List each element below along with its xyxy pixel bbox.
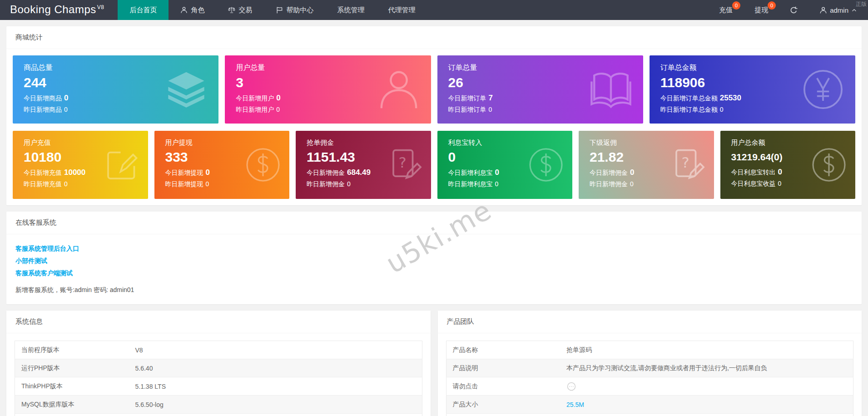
stat-line-label: 昨日新增用户	[236, 106, 274, 113]
row-label: MySQL数据库版本	[15, 396, 129, 414]
stat-line-label: 昨日新增订单总金额	[660, 106, 718, 113]
stat-line-label: 今日新增订单	[448, 94, 486, 102]
nav-item-label: 角色	[191, 6, 204, 15]
stat-line-value: 0	[778, 168, 782, 176]
stat-line-label: 今日新增佣金	[307, 169, 345, 176]
service-client-test-link[interactable]: 客服系统客户端测试	[15, 267, 853, 279]
row-value: 本产品只为学习测试交流,请勿要做商业或者用于违法行为,一切后果自负	[560, 359, 853, 377]
withdraw-badge: 0	[768, 1, 776, 10]
doc-question-icon	[387, 147, 423, 183]
stat-card-products-total: 商品总量 244 今日新增商品0 昨日新增商品0	[13, 55, 218, 124]
stat-line-value: 0	[64, 106, 68, 113]
stat-line-label: 今日新增用户	[236, 94, 274, 102]
stat-line-label: 昨日新增商品	[24, 106, 62, 113]
top-navbar: Booking ChampsV8 后台首页 角色 交易 帮助中心 系统管理 代理…	[0, 0, 868, 20]
dollar-circle-icon	[245, 147, 281, 183]
stat-line-value: 10000	[64, 168, 85, 177]
customer-service-panel: 在线客服系统 客服系统管理后台入口 小部件测试 客服系统客户端测试 新增客服系统…	[6, 212, 862, 304]
nav-item-help-center[interactable]: 帮助中心	[264, 0, 325, 20]
product-team-table-wrap: 产品名称抢单源码 产品说明本产品只为学习测试交流,请勿要做商业或者用于违法行为,…	[438, 333, 862, 416]
nav-item-label: 交易	[238, 6, 252, 15]
stat-card-user-withdraw: 用户提现 333 今日新增提现0 昨日新增提现0	[154, 131, 290, 199]
stat-line-label: 今日新增提现	[165, 169, 203, 176]
stat-title: 用户充值	[24, 139, 137, 147]
row-value: 5.6.40	[129, 359, 422, 377]
row-label: 当前程序版本	[15, 341, 129, 359]
nav-item-home[interactable]: 后台首页	[118, 0, 169, 20]
table-row: 产品说明本产品只为学习测试交流,请勿要做商业或者用于违法行为,一切后果自负	[446, 359, 853, 377]
stat-line-label: 今日新增佣金	[590, 169, 628, 176]
stat-line-label: 今日新增商品	[24, 94, 62, 102]
withdraw-label: 提现	[754, 6, 768, 15]
stat-line-value: 0	[276, 94, 280, 102]
table-row: 运行PHP版本5.6.40	[15, 359, 422, 377]
page-content: 商城统计 商品总量 244 今日新增商品0 昨日新增商品0 用户总量 3 今日新…	[0, 26, 868, 416]
app-logo: Booking ChampsV8	[0, 0, 118, 20]
stat-line-label: 昨日新增佣金	[307, 180, 345, 188]
table-row: 数据库mysql	[446, 414, 853, 416]
stat-card-orders-total: 订单总量 26 今日新增订单7 昨日新增订单0	[437, 55, 643, 124]
product-size-link[interactable]: 25.5M	[566, 401, 584, 408]
stat-line-label: 今日新增充值	[24, 169, 62, 176]
stat-card-sub-rebate: 下级返佣 21.82 今日新增佣金0 昨日新增佣金0	[579, 131, 714, 199]
customer-service-body: 客服系统管理后台入口 小部件测试 客服系统客户端测试 新增客服系统，账号:adm…	[6, 234, 862, 304]
doc-question-icon	[670, 147, 706, 183]
refresh-button[interactable]	[779, 0, 808, 20]
nav-item-agent-admin[interactable]: 代理管理	[376, 0, 427, 20]
stat-line-value: 0	[347, 180, 351, 188]
stat-title: 用户总余额	[731, 139, 845, 147]
stat-line-value: 0	[778, 180, 782, 187]
row-value	[560, 377, 853, 396]
withdraw-button[interactable]: 提现 0	[744, 0, 779, 20]
app-logo-text: Booking Champs	[10, 3, 96, 15]
stat-card-order-commission: 抢单佣金 1151.43 今日新增佣金684.49 昨日新增佣金0	[296, 131, 431, 199]
recharge-label: 充值	[719, 6, 733, 15]
row-label: 请勿点击	[446, 377, 560, 396]
system-info-table: 当前程序版本V8 运行PHP版本5.6.40 ThinkPHP版本5.1.38 …	[15, 341, 422, 416]
stat-line-value: 0	[720, 106, 724, 113]
row-value: 抢单源码	[560, 341, 853, 359]
row-label: 产品大小	[446, 396, 560, 414]
person-icon	[180, 6, 188, 14]
stat-line-label: 昨日新增提现	[165, 180, 203, 188]
row-label: 运行PHP版本	[15, 359, 129, 377]
service-admin-link[interactable]: 客服系统管理后台入口	[15, 243, 853, 255]
stat-line-label: 昨日新增充值	[24, 180, 62, 188]
table-row: 服务器操作系统Linux	[15, 414, 422, 416]
license-text: 正版	[856, 0, 867, 8]
row-value: V8	[129, 341, 422, 359]
flag-icon	[276, 6, 283, 14]
person-icon	[819, 6, 827, 14]
row-label: 产品名称	[446, 341, 560, 359]
nav-item-trade[interactable]: 交易	[216, 0, 264, 20]
row-label: 数据库	[446, 414, 560, 416]
stat-title: 用户提现	[165, 139, 279, 147]
panel-title: 系统信息	[6, 311, 431, 333]
stat-line-value: 0	[206, 180, 209, 188]
stat-line-value: 0	[630, 180, 634, 188]
row-label: ThinkPHP版本	[15, 377, 129, 396]
stat-line-value: 25530	[720, 94, 741, 102]
widget-test-link[interactable]: 小部件测试	[15, 255, 853, 267]
stat-line-value: 0	[64, 180, 68, 188]
recharge-button[interactable]: 充值 0	[708, 0, 744, 20]
stat-line-value: 0	[495, 168, 499, 177]
layers-icon	[165, 68, 208, 111]
refresh-icon	[790, 6, 798, 14]
stat-line-value: 684.49	[347, 168, 371, 177]
row-value: 5.1.38 LTS	[129, 377, 422, 396]
nav-item-label: 系统管理	[337, 6, 364, 15]
panel-title: 产品团队	[438, 311, 862, 333]
nav-item-system-admin[interactable]: 系统管理	[325, 0, 376, 20]
round-badge-icon[interactable]	[566, 381, 576, 391]
system-info-table-wrap: 当前程序版本V8 运行PHP版本5.6.40 ThinkPHP版本5.1.38 …	[6, 333, 431, 416]
dollar-circle-icon	[811, 147, 847, 183]
stat-card-user-recharge: 用户充值 10180 今日新增充值10000 昨日新增充值0	[13, 131, 148, 199]
row-value: Linux	[129, 414, 422, 416]
stat-line-value: 0	[630, 168, 634, 177]
nav-item-roles[interactable]: 角色	[169, 0, 216, 20]
edit-icon	[104, 147, 140, 183]
stat-card-users-total: 用户总量 3 今日新增用户0 昨日新增用户0	[225, 55, 431, 124]
service-account-note: 新增客服系统，账号:admin 密码: admin01	[15, 286, 853, 294]
stat-title: 利息宝转入	[448, 139, 562, 147]
